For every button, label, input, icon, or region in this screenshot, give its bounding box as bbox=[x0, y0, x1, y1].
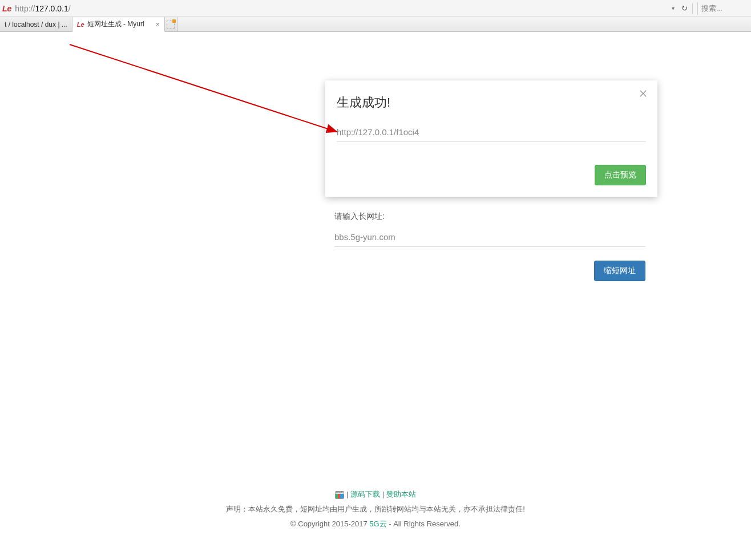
url-prefix: http:// bbox=[15, 4, 35, 13]
url-dropdown-icon[interactable]: ▾ bbox=[672, 5, 675, 11]
tab-label: 短网址生成 - Myurl bbox=[87, 19, 144, 29]
sponsor-link[interactable]: 赞助本站 bbox=[386, 490, 416, 498]
copyright-link[interactable]: 5G云 bbox=[369, 520, 386, 528]
footer-copyright: © Copyright 2015-2017 5G云 - All Rights R… bbox=[0, 517, 751, 531]
browser-address-bar: Le http://127.0.0.1/ ▾ ↻ 搜索... bbox=[0, 0, 751, 17]
browser-tab-bar: t / localhost / dux | ... Le 短网址生成 - Myu… bbox=[0, 17, 751, 32]
footer-links: | 源码下载 | 赞助本站 bbox=[0, 487, 751, 502]
tab-inactive[interactable]: t / localhost / dux | ... bbox=[0, 17, 72, 31]
svg-line-1 bbox=[70, 44, 337, 132]
search-input[interactable]: 搜索... bbox=[697, 2, 749, 15]
form-footer: 缩短网址 bbox=[334, 261, 645, 281]
modal-footer: 点击预览 bbox=[337, 165, 646, 185]
copyright-suffix: - All Rights Reserved. bbox=[387, 520, 461, 528]
footer-separator: | bbox=[382, 490, 386, 498]
close-icon bbox=[638, 88, 648, 99]
site-favicon: Le bbox=[2, 4, 11, 13]
reload-icon[interactable]: ↻ bbox=[681, 4, 688, 13]
new-tab-button[interactable] bbox=[165, 17, 177, 31]
tab-favicon: Le bbox=[77, 21, 84, 28]
page-content: 生成成功! 点击预览 请输入长网址: 缩短网址 | 源码下载 | 赞助本站 声明… bbox=[0, 32, 751, 560]
tab-close-icon[interactable]: × bbox=[156, 21, 160, 29]
long-url-input[interactable] bbox=[334, 228, 645, 247]
tab-active[interactable]: Le 短网址生成 - Myurl × bbox=[72, 17, 165, 32]
copyright-prefix: © Copyright 2015-2017 bbox=[290, 520, 369, 528]
url-host: 127.0.0.1 bbox=[35, 4, 68, 13]
tab-label: t / localhost / dux | ... bbox=[5, 21, 67, 29]
annotation-arrow bbox=[68, 43, 348, 140]
modal-title: 生成成功! bbox=[337, 94, 646, 111]
new-tab-icon bbox=[167, 21, 175, 29]
url-input[interactable]: http://127.0.0.1/ bbox=[15, 4, 668, 13]
success-modal: 生成成功! 点击预览 bbox=[325, 80, 657, 197]
toolbar-separator bbox=[692, 3, 693, 14]
url-suffix: / bbox=[68, 4, 71, 13]
shorten-button[interactable]: 缩短网址 bbox=[594, 261, 645, 281]
short-url-output[interactable] bbox=[337, 123, 646, 142]
url-form: 请输入长网址: 缩短网址 bbox=[334, 212, 645, 281]
modal-close-button[interactable] bbox=[638, 88, 648, 100]
long-url-label: 请输入长网址: bbox=[334, 212, 645, 222]
footer-separator: | bbox=[346, 490, 350, 498]
stats-icon[interactable] bbox=[335, 491, 344, 499]
source-download-link[interactable]: 源码下载 bbox=[350, 490, 380, 498]
preview-button[interactable]: 点击预览 bbox=[595, 165, 646, 185]
footer-disclaimer: 声明：本站永久免费，短网址均由用户生成，所跳转网站均与本站无关，亦不承担法律责任… bbox=[0, 502, 751, 517]
page-footer: | 源码下载 | 赞助本站 声明：本站永久免费，短网址均由用户生成，所跳转网站均… bbox=[0, 487, 751, 531]
